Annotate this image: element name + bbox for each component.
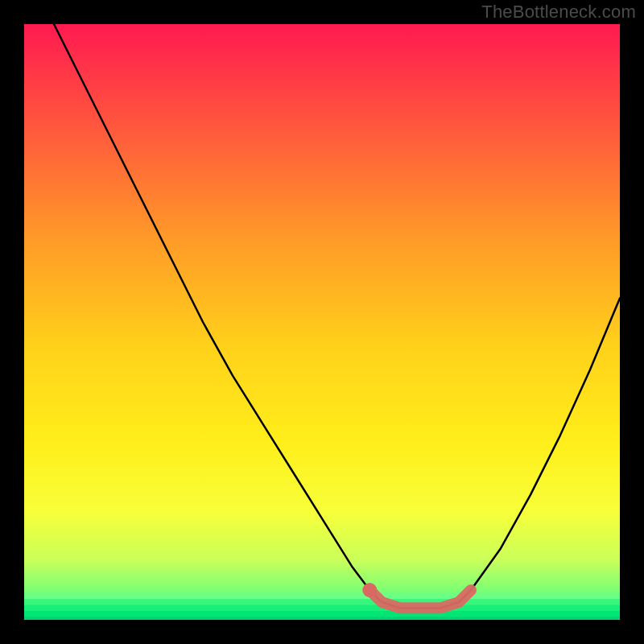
optimal-start-dot bbox=[362, 583, 377, 597]
chart-plot-area bbox=[24, 24, 620, 620]
gradient-background bbox=[24, 24, 620, 620]
watermark-text: TheBottleneck.com bbox=[481, 2, 636, 23]
chart-stage: TheBottleneck.com bbox=[0, 0, 644, 644]
gradient-band bbox=[24, 617, 620, 620]
chart-svg bbox=[24, 24, 620, 620]
